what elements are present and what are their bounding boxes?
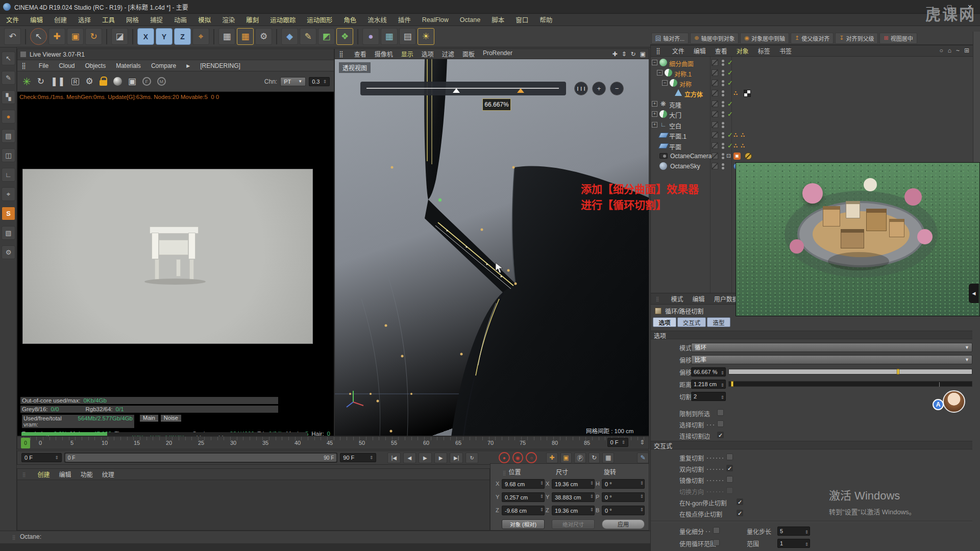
gear-cube-icon[interactable]: ⚙ [2, 245, 15, 259]
record-rotation-toggle[interactable]: ↻ [589, 453, 600, 463]
tree-row[interactable]: + ∟ 空白 [651, 120, 979, 130]
tree-row[interactable]: OctaneCamera ⊡ ▣ [651, 151, 979, 161]
orbit-icon[interactable]: ↻ [631, 51, 636, 58]
lv-menu-objects[interactable]: Objects [85, 62, 106, 69]
search-icon[interactable]: ○ [939, 47, 943, 54]
at-menu-edit[interactable]: 编辑 [693, 294, 705, 303]
view-center-button[interactable]: ⊞视图居中 [879, 33, 917, 44]
focus-pick-icon[interactable]: F [142, 77, 151, 86]
om-menu-tag[interactable]: 标签 [758, 46, 770, 55]
tree-row[interactable]: − 对称 ✓ [651, 78, 979, 88]
select-arrow-icon[interactable]: ↖ [2, 52, 15, 65]
material-ball-icon[interactable] [113, 77, 122, 86]
loop-button[interactable]: ↻ [465, 453, 479, 463]
timeline-ruler[interactable]: 0 05 1015 2025 3035 4045 5055 6065 7075 … [17, 436, 649, 449]
at-menu-userdata[interactable]: 用户数据 [714, 294, 739, 303]
menu-item[interactable]: Octane [460, 16, 480, 23]
picture-region-icon[interactable]: ▣ [128, 76, 136, 87]
om-menu-edit[interactable]: 编辑 [694, 46, 706, 55]
spline-pen-icon[interactable]: ✎ [300, 28, 316, 45]
menu-item[interactable]: 运动图形 [307, 15, 332, 24]
tab-interactive[interactable]: 交互式 [677, 317, 706, 327]
om-menu-file[interactable]: 文件 [672, 46, 684, 55]
viewport-menu-item[interactable]: 摄像机 [375, 49, 393, 58]
lv-menu-materials[interactable]: Materials [116, 62, 141, 69]
menu-item[interactable]: 窗口 [516, 15, 528, 24]
texture-mode-icon[interactable]: ▚ [2, 90, 15, 104]
mode-dropdown[interactable]: 循环▼ [691, 343, 972, 352]
coordinate-system-icon[interactable]: ⌖ [192, 28, 209, 45]
viewport-menu-item[interactable]: 过滤 [442, 49, 454, 58]
channel-dropdown[interactable]: PT▼ [280, 77, 306, 86]
disabled-tag[interactable] [745, 153, 752, 160]
home-icon[interactable]: ⌂ [948, 47, 951, 54]
record-parameter-toggle[interactable]: Ⓟ [574, 453, 586, 463]
enabled-check-icon[interactable]: ✓ [727, 69, 733, 77]
lv-menu-compare[interactable]: Compare [151, 62, 176, 69]
section-interactive[interactable]: 交互式 [651, 441, 972, 449]
channel-value-field[interactable]: 0.3⇕ [309, 77, 330, 86]
distance-value-field[interactable]: 1.218 cm⇕ [691, 380, 726, 389]
frame-start-field[interactable]: 0 F⇕ [21, 453, 62, 462]
enabled-check-icon[interactable]: ✓ [727, 131, 733, 139]
layer-toggle[interactable] [712, 80, 718, 86]
primitive-cube-icon[interactable]: ◆ [281, 28, 298, 45]
record-pla-toggle[interactable]: ▦ [602, 453, 614, 463]
size-y-field[interactable]: 38.883 cm [552, 492, 595, 502]
axis-x-toggle[interactable]: X [137, 28, 154, 45]
material-icon[interactable]: ● [2, 110, 15, 123]
quantize-checkbox[interactable] [713, 527, 720, 534]
lock-resolution-icon[interactable] [100, 80, 107, 86]
pen-toggle[interactable]: ✎ [637, 453, 649, 463]
layer-toggle[interactable] [712, 132, 718, 138]
repeat-cut-checkbox[interactable] [726, 454, 733, 460]
uv-grid-icon[interactable]: ▧ [2, 226, 15, 240]
play-button[interactable]: ▶ [419, 453, 432, 463]
live-viewer-titlebar[interactable]: Live Viewer 3.07-R1 [17, 49, 334, 60]
offset-slider-overlay[interactable] [360, 82, 566, 95]
menu-item[interactable]: 创建 [54, 15, 67, 24]
mat-menu-function[interactable]: 功能 [81, 470, 93, 479]
restart-render-icon[interactable]: ↻ [37, 76, 44, 87]
phong-tag[interactable] [744, 90, 751, 97]
record-selection-button[interactable]: ○ [526, 452, 537, 463]
offset-mode-dropdown[interactable]: 比率▼ [691, 355, 972, 364]
remove-cut-button[interactable]: − [610, 82, 624, 95]
undo-icon[interactable]: ↶ [4, 28, 21, 45]
menu-item[interactable]: 插件 [398, 15, 411, 24]
subdivision-surface-icon[interactable]: ◩ [318, 28, 335, 45]
settings-gear-icon[interactable]: ⚙ [85, 76, 93, 87]
model-mode-icon[interactable]: ◫ [2, 148, 15, 162]
layer-toggle[interactable] [712, 163, 718, 169]
viewport-menu-item[interactable]: 显示 [401, 49, 413, 58]
view-label[interactable]: 透视视图 [339, 62, 371, 73]
rot-p-field[interactable]: 0 ° [602, 492, 645, 502]
pos-z-field[interactable]: -9.68 cm [502, 506, 545, 515]
menu-item[interactable]: 运动跟踪 [270, 15, 296, 24]
environment-icon[interactable]: ▦ [381, 28, 398, 45]
axis-y-toggle[interactable]: Y [156, 28, 173, 45]
select-cuts-checkbox[interactable] [717, 420, 724, 427]
size-z-field[interactable]: 19.36 cm [552, 506, 595, 515]
offset-value-field[interactable]: 66.667 %⇕ [691, 367, 726, 377]
enabled-check-icon[interactable]: ✓ [727, 110, 733, 118]
layer-toggle[interactable] [712, 153, 718, 159]
menu-item[interactable]: 脚本 [492, 15, 504, 24]
viewport-menu-item[interactable]: ProRender [483, 49, 512, 58]
octane-logo-icon[interactable]: ✳ [22, 76, 31, 88]
point-selection-tag[interactable]: ∴ [733, 132, 741, 139]
pause-render-icon[interactable]: ❚❚ [51, 76, 65, 87]
rot-h-field[interactable]: 0 ° [602, 479, 645, 489]
record-position-toggle[interactable]: ✚ [546, 453, 558, 463]
prev-key-button[interactable]: ◀ [403, 453, 416, 463]
pan-icon[interactable]: ✚ [612, 51, 617, 58]
rotate-icon[interactable]: ↻ [85, 28, 102, 45]
maximize-view-icon[interactable]: ▣ [640, 51, 646, 58]
enabled-check-icon[interactable]: ✓ [727, 100, 733, 108]
section-options[interactable]: 选项 [651, 331, 972, 339]
slider-marker-white[interactable] [453, 88, 460, 93]
axis-center-to-object-button[interactable]: ⊕轴居中到对象 [690, 33, 739, 44]
viewport-canvas[interactable] [335, 59, 649, 436]
last-tool-icon[interactable]: ◪ [111, 28, 128, 45]
om-menu-bookmark[interactable]: 书签 [779, 46, 792, 55]
